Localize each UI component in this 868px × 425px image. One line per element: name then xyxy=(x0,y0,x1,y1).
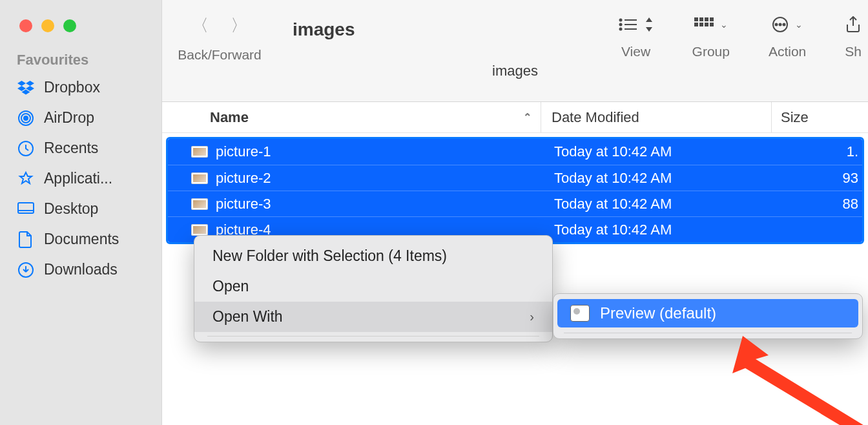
image-thumbnail-icon xyxy=(191,198,208,210)
file-row[interactable]: picture-3 Today at 10:42 AM 88 xyxy=(168,191,862,216)
sidebar-item-recents[interactable]: Recents xyxy=(0,133,161,163)
submenu-item-preview[interactable]: Preview (default) xyxy=(557,299,858,327)
svg-rect-4 xyxy=(18,203,34,213)
file-date: Today at 10:42 AM xyxy=(546,222,776,238)
file-name: picture-3 xyxy=(216,196,271,212)
sidebar-item-label: Applicati... xyxy=(44,170,112,187)
sidebar-section-favourites: Favourites xyxy=(0,52,161,72)
image-thumbnail-icon xyxy=(191,146,208,158)
chevron-down-icon: ⌄ xyxy=(795,19,803,30)
applications-icon xyxy=(17,171,35,187)
desktop-icon xyxy=(17,202,35,216)
image-thumbnail-icon xyxy=(191,224,208,236)
dropbox-icon xyxy=(17,81,35,95)
clock-icon xyxy=(17,140,35,157)
share-button[interactable]: Sh xyxy=(845,14,862,59)
back-forward-control[interactable]: 〈 〉 Back/Forward xyxy=(162,14,277,63)
sidebar-item-dropbox[interactable]: Dropbox xyxy=(0,72,161,103)
svg-point-8 xyxy=(619,24,621,26)
svg-point-0 xyxy=(24,116,28,120)
column-header-date[interactable]: Date Modified xyxy=(541,109,771,126)
svg-rect-13 xyxy=(699,17,703,21)
sort-indicator-icon: ⌃ xyxy=(523,111,532,123)
menu-divider xyxy=(207,336,539,337)
file-date: Today at 10:42 AM xyxy=(546,170,776,187)
svg-point-6 xyxy=(619,19,621,21)
svg-rect-16 xyxy=(694,23,698,26)
back-forward-label: Back/Forward xyxy=(162,47,277,63)
svg-marker-24 xyxy=(732,336,865,425)
svg-point-22 xyxy=(780,24,781,26)
svg-rect-14 xyxy=(705,17,708,21)
airdrop-icon xyxy=(17,110,35,127)
chevron-down-icon: ⌄ xyxy=(720,19,728,30)
preview-app-icon xyxy=(570,305,590,322)
menu-divider xyxy=(564,333,852,333)
forward-icon[interactable]: 〉 xyxy=(231,14,247,37)
svg-rect-19 xyxy=(710,23,714,26)
action-icon xyxy=(772,16,789,33)
svg-point-23 xyxy=(783,24,785,26)
group-button[interactable]: ⌄ Group xyxy=(692,14,730,59)
sidebar-item-label: Dropbox xyxy=(44,79,100,96)
context-menu-open-with[interactable]: Open With › xyxy=(194,302,552,332)
sidebar-item-desktop[interactable]: Desktop xyxy=(0,194,161,224)
svg-rect-12 xyxy=(694,17,698,21)
share-label: Sh xyxy=(845,44,862,59)
group-label: Group xyxy=(692,44,730,59)
file-name: picture-1 xyxy=(216,143,271,160)
file-row[interactable]: picture-1 Today at 10:42 AM 1. xyxy=(168,139,862,165)
window-title: images xyxy=(293,19,355,40)
window-controls xyxy=(0,0,161,52)
context-menu: New Folder with Selection (4 Items) Open… xyxy=(194,235,553,342)
file-date: Today at 10:42 AM xyxy=(546,196,776,212)
svg-point-21 xyxy=(776,24,778,26)
download-icon xyxy=(17,262,35,278)
context-menu-open[interactable]: Open xyxy=(194,271,552,302)
sidebar-item-label: Documents xyxy=(44,231,119,248)
sidebar-item-label: Downloads xyxy=(44,261,118,278)
sidebar-item-applications[interactable]: Applicati... xyxy=(0,163,161,194)
path-bar[interactable]: images xyxy=(162,63,868,85)
column-headers: Name ⌃ Date Modified Size xyxy=(162,102,868,133)
svg-rect-15 xyxy=(710,17,714,21)
column-header-size[interactable]: Size xyxy=(772,109,868,126)
column-header-name[interactable]: Name ⌃ xyxy=(162,109,541,126)
file-size: 93 xyxy=(776,170,862,187)
file-size: 88 xyxy=(776,196,862,212)
selected-files-group: picture-1 Today at 10:42 AM 1. picture-2… xyxy=(166,137,864,244)
zoom-window-button[interactable] xyxy=(63,19,76,32)
sidebar-item-label: AirDrop xyxy=(44,109,94,127)
svg-rect-17 xyxy=(699,23,703,26)
up-down-icon xyxy=(645,17,654,32)
action-button[interactable]: ⌄ Action xyxy=(769,14,806,59)
context-menu-new-folder[interactable]: New Folder with Selection (4 Items) xyxy=(194,241,552,271)
sidebar: Favourites Dropbox AirDrop Recents Appli… xyxy=(0,0,161,425)
sidebar-item-airdrop[interactable]: AirDrop xyxy=(0,103,161,133)
annotation-arrow xyxy=(717,336,868,425)
toolbar: 〈 〉 Back/Forward images xyxy=(162,0,868,102)
action-label: Action xyxy=(769,44,806,59)
image-thumbnail-icon xyxy=(191,172,208,184)
svg-point-10 xyxy=(619,28,621,30)
back-icon[interactable]: 〈 xyxy=(192,14,209,37)
document-icon xyxy=(17,231,35,248)
close-window-button[interactable] xyxy=(19,19,32,32)
file-list: picture-1 Today at 10:42 AM 1. picture-2… xyxy=(162,133,868,244)
open-with-submenu: Preview (default) xyxy=(553,293,863,339)
sidebar-item-downloads[interactable]: Downloads xyxy=(0,254,161,285)
sidebar-item-label: Recents xyxy=(44,140,98,157)
chevron-right-icon: › xyxy=(530,309,534,324)
view-button[interactable]: View xyxy=(619,14,654,59)
share-icon xyxy=(845,16,861,33)
sidebar-item-documents[interactable]: Documents xyxy=(0,224,161,254)
minimize-window-button[interactable] xyxy=(41,19,54,32)
file-size: 1. xyxy=(776,143,862,160)
sidebar-item-label: Desktop xyxy=(44,200,98,218)
grid-icon xyxy=(694,17,714,32)
view-label: View xyxy=(621,44,650,59)
list-view-icon xyxy=(619,17,638,32)
file-name: picture-2 xyxy=(216,170,271,187)
svg-rect-18 xyxy=(705,23,708,26)
file-row[interactable]: picture-2 Today at 10:42 AM 93 xyxy=(168,165,862,191)
